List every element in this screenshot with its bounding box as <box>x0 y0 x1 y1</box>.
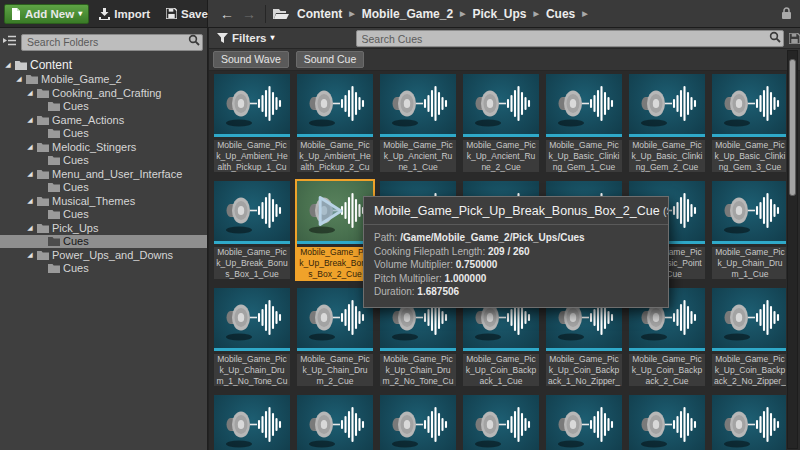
sound-cue-thumbnail[interactable] <box>546 395 622 450</box>
play-overlay-icon[interactable] <box>315 195 345 227</box>
tooltip-field: Pitch Multiplier: 1.000000 <box>374 272 658 286</box>
tree-item-cues[interactable]: Cues <box>0 181 207 195</box>
asset-tile[interactable] <box>629 395 705 450</box>
asset-name: Mobile_Game_Pick_Up_Break_Bonus_Box_1_Cu… <box>214 247 290 279</box>
speaker-waveform-icon <box>467 77 535 133</box>
asset-tile[interactable]: Mobile_Game_Pick_Up_Ancient_Rune_1_Cue <box>380 74 456 172</box>
vertical-scrollbar[interactable] <box>787 50 798 449</box>
sound-cue-thumbnail[interactable] <box>297 181 373 244</box>
sound-cue-thumbnail[interactable] <box>629 74 705 137</box>
forward-arrow-button[interactable]: → <box>238 6 260 22</box>
lock-icon[interactable] <box>781 7 792 20</box>
asset-tile[interactable]: Mobile_Game_Pick_Up_Chain_Drum_1_No_Tone… <box>214 288 290 386</box>
tree-item-cues[interactable]: Cues <box>0 154 207 168</box>
type-filter-chip-sound-cue[interactable]: Sound Cue <box>296 51 365 68</box>
tree-item-melodic_stingers[interactable]: ◢Melodic_Stingers <box>0 140 207 154</box>
tree-item-cooking_and_crafting[interactable]: ◢Cooking_and_Crafting <box>0 86 207 100</box>
type-filter-chip-sound-wave[interactable]: Sound Wave <box>213 51 289 68</box>
speaker-waveform-icon <box>716 184 784 240</box>
sound-cue-thumbnail[interactable] <box>712 74 786 137</box>
asset-tile[interactable]: Mobile_Game_Pick_Up_Basic_Clinking_Gem_2… <box>629 74 705 172</box>
filters-button[interactable]: Filters ▾ <box>213 30 279 46</box>
add-new-button[interactable]: Add New ▾ <box>4 4 89 24</box>
search-folders-input[interactable] <box>21 34 203 51</box>
sound-cue-thumbnail[interactable] <box>463 74 539 137</box>
expand-arrow-icon[interactable]: ◢ <box>26 89 34 97</box>
asset-tile[interactable]: Mobile_Game_Pick_Up_Ambient_Health_Picku… <box>297 74 373 172</box>
search-assets-input[interactable] <box>356 30 784 47</box>
asset-name: Mobile_Game_Pick_Up_Coin_Backpack_2_Cue <box>629 354 705 386</box>
asset-tile[interactable]: Mobile_Game_Pick_Up_Ancient_Rune_2_Cue <box>463 74 539 172</box>
sound-cue-thumbnail[interactable] <box>297 395 373 450</box>
asset-tile[interactable]: Mobile_Game_Pick_Up_Basic_Clinking_Gem_3… <box>712 74 786 172</box>
sound-cue-thumbnail[interactable] <box>297 74 373 137</box>
back-arrow-button[interactable]: ← <box>216 6 238 22</box>
tree-item-pick_ups[interactable]: ◢Pick_Ups <box>0 221 207 235</box>
expand-arrow-icon[interactable]: ◢ <box>26 143 34 151</box>
sound-cue-thumbnail[interactable] <box>463 395 539 450</box>
folder-icon <box>48 263 60 273</box>
asset-tile-selected[interactable]: Mobile_Game_Pick_Up_Break_Bonus_Box_2_Cu… <box>297 181 373 279</box>
expand-arrow-icon[interactable]: ◢ <box>26 224 34 232</box>
asset-name: Mobile_Game_Pick_Up_Chain_Drum_2_No_Tone… <box>380 354 456 386</box>
expand-arrow-icon[interactable]: ◢ <box>26 116 34 124</box>
sound-cue-thumbnail[interactable] <box>629 395 705 450</box>
asset-tile[interactable] <box>712 395 786 450</box>
asset-tile[interactable] <box>463 395 539 450</box>
import-icon <box>99 8 110 20</box>
tooltip-field-value: /Game/Mobile_Game_2/Pick_Ups/Cues <box>400 232 585 243</box>
sound-cue-thumbnail[interactable] <box>214 74 290 137</box>
sound-cue-thumbnail[interactable] <box>380 74 456 137</box>
folder-label: Power_Ups_and_Downs <box>52 249 173 261</box>
scrollbar-thumb[interactable] <box>789 59 796 196</box>
breadcrumb-item-mobile_game_2[interactable]: Mobile_Game_2 <box>362 7 453 21</box>
sources-toggle-icon[interactable] <box>3 35 17 47</box>
sound-cue-thumbnail[interactable] <box>712 181 786 244</box>
breadcrumb-item-pick_ups[interactable]: Pick_Ups <box>472 7 526 21</box>
chevron-down-icon: ▾ <box>271 34 275 42</box>
breadcrumb-item-content[interactable]: Content <box>297 7 342 21</box>
folder-icon <box>37 142 49 152</box>
tree-item-musical_themes[interactable]: ◢Musical_Themes <box>0 194 207 208</box>
tree-item-cues[interactable]: Cues <box>0 262 207 276</box>
expand-arrow-icon[interactable]: ◢ <box>26 170 34 178</box>
import-button[interactable]: Import <box>93 5 156 23</box>
asset-color-bar <box>629 348 705 351</box>
asset-tile[interactable] <box>546 395 622 450</box>
asset-tile[interactable] <box>214 395 290 450</box>
asset-tile[interactable]: Mobile_Game_Pick_Up_Basic_Clinking_Gem_1… <box>546 74 622 172</box>
sound-cue-thumbnail[interactable] <box>214 288 290 351</box>
asset-tile[interactable]: Mobile_Game_Pick_Up_Ambient_Health_Picku… <box>214 74 290 172</box>
save-search-icon[interactable] <box>789 33 800 44</box>
sound-cue-thumbnail[interactable] <box>214 395 290 450</box>
sound-cue-thumbnail[interactable] <box>712 288 786 351</box>
asset-color-bar <box>214 241 290 244</box>
expand-arrow-icon[interactable]: ◢ <box>26 197 34 205</box>
tree-item-cues[interactable]: Cues <box>0 127 207 141</box>
asset-tile[interactable]: Mobile_Game_Pick_Up_Chain_Drum_2_Cue <box>297 288 373 386</box>
tree-item-menu_and_user_interface[interactable]: ◢Menu_and_User_Interface <box>0 167 207 181</box>
folder-tree: ◢Content◢Mobile_Game_2◢Cooking_and_Craft… <box>0 56 207 276</box>
tree-item-content[interactable]: ◢Content <box>0 58 207 73</box>
sound-cue-thumbnail[interactable] <box>380 395 456 450</box>
asset-tile[interactable]: Mobile_Game_Pick_Up_Chain_Drum_1_Cue <box>712 181 786 279</box>
sound-cue-thumbnail[interactable] <box>297 288 373 351</box>
asset-tile[interactable]: Mobile_Game_Pick_Up_Break_Bonus_Box_1_Cu… <box>214 181 290 279</box>
expand-arrow-icon[interactable]: ◢ <box>4 61 12 69</box>
sound-cue-thumbnail[interactable] <box>712 395 786 450</box>
asset-tile[interactable] <box>297 395 373 450</box>
asset-tile[interactable]: Mobile_Game_Pick_Up_Coin_Backpack_2_No_Z… <box>712 288 786 386</box>
folder-label: Cues <box>63 262 89 274</box>
breadcrumb-item-cues[interactable]: Cues <box>546 7 575 21</box>
asset-tile[interactable] <box>380 395 456 450</box>
sound-cue-thumbnail[interactable] <box>546 74 622 137</box>
expand-arrow-icon[interactable]: ◢ <box>15 75 23 83</box>
tree-item-power_ups_and_downs[interactable]: ◢Power_Ups_and_Downs <box>0 248 207 262</box>
tree-item-cues[interactable]: Cues <box>0 208 207 222</box>
tree-item-mobile_game_2[interactable]: ◢Mobile_Game_2 <box>0 73 207 87</box>
tree-item-cues[interactable]: Cues <box>0 100 207 114</box>
tree-item-game_actions[interactable]: ◢Game_Actions <box>0 113 207 127</box>
tree-item-cues[interactable]: Cues <box>0 235 207 249</box>
expand-arrow-icon[interactable]: ◢ <box>26 251 34 259</box>
sound-cue-thumbnail[interactable] <box>214 181 290 244</box>
